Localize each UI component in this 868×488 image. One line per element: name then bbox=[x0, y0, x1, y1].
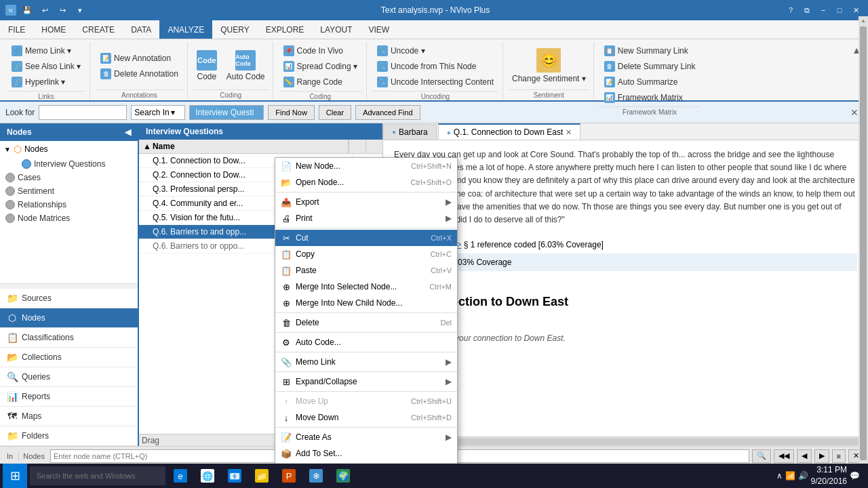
cm-merge-selected[interactable]: ⊕ Merge Into Selected Node... Ctrl+M bbox=[275, 279, 457, 295]
search-in-value[interactable]: Interview Questi bbox=[189, 105, 264, 120]
close-button[interactable]: ✕ bbox=[849, 3, 863, 17]
minimize-button[interactable]: − bbox=[816, 3, 830, 17]
tree-root-nodes[interactable]: ▼ ⬡ Nodes bbox=[0, 141, 138, 157]
menu-query[interactable]: QUERY bbox=[212, 20, 257, 39]
task-item-globe[interactable]: 🌍 bbox=[331, 466, 355, 485]
advanced-find-button[interactable]: Advanced Find bbox=[355, 105, 420, 120]
doc-source-link[interactable]: <Internals\Robert> § 1 reference coded [… bbox=[394, 239, 857, 251]
tree-item-cases[interactable]: Cases bbox=[0, 171, 138, 184]
cm-create-as[interactable]: 📝 Create As ▶ bbox=[275, 429, 457, 445]
cm-delete[interactable]: 🗑 Delete Del bbox=[275, 314, 457, 331]
bottom-btn4[interactable]: ≡ bbox=[832, 449, 846, 463]
change-sentiment-button[interactable]: 😊 Change Sentiment ▾ bbox=[509, 46, 589, 85]
doc-tab-barbara[interactable]: ● Barbara bbox=[383, 124, 437, 140]
bottom-btn2[interactable]: ◀ bbox=[797, 449, 812, 463]
menu-file[interactable]: FILE bbox=[0, 20, 33, 39]
cm-add-to-set[interactable]: 📦 Add To Set... bbox=[275, 445, 457, 462]
tray-volume-icon[interactable]: 🔊 bbox=[798, 471, 808, 481]
cm-paste[interactable]: 📋 Paste Ctrl+V bbox=[275, 262, 457, 279]
cm-memo-link[interactable]: 📎 Memo Link ▶ bbox=[275, 354, 457, 370]
maximize-button[interactable]: □ bbox=[833, 3, 846, 17]
tray-up-arrow[interactable]: ∧ bbox=[776, 471, 783, 481]
h-scroll-thumb[interactable] bbox=[393, 439, 859, 445]
see-also-link-button[interactable]: 🔗 See Also Link ▾ bbox=[7, 59, 85, 74]
tree-item-interview[interactable]: Interview Questions bbox=[0, 157, 138, 171]
code-in-vivo-button[interactable]: 📌 Code In Vivo bbox=[279, 43, 362, 58]
sidebar-collapse[interactable]: ◀ bbox=[125, 127, 131, 137]
delete-summary-link-button[interactable]: 🗑 Delete Summary Link bbox=[599, 59, 701, 74]
tree-item-node-matrices[interactable]: Node Matrices bbox=[0, 211, 138, 225]
code-button[interactable]: Code Code bbox=[193, 48, 220, 83]
task-item-explorer[interactable]: 📁 bbox=[250, 466, 274, 485]
start-button[interactable]: ⊞ bbox=[3, 464, 27, 488]
range-code-button[interactable]: 📏 Range Code bbox=[279, 75, 362, 89]
sidebar-item-collections[interactable]: 📂 Collections bbox=[0, 348, 138, 367]
clear-button[interactable]: Clear bbox=[319, 105, 351, 120]
spread-coding-button[interactable]: 📊 Spread Coding ▾ bbox=[279, 59, 362, 74]
uncode-button[interactable]: 🔧 Uncode ▾ bbox=[372, 43, 498, 58]
tree-item-relationships[interactable]: Relationships bbox=[0, 198, 138, 211]
cm-new-node[interactable]: 📄 New Node... Ctrl+Shift+N bbox=[275, 158, 457, 174]
sidebar-item-maps[interactable]: 🗺 Maps bbox=[0, 407, 138, 426]
cm-merge-child[interactable]: ⊕ Merge Into New Child Node... bbox=[275, 295, 457, 311]
hyperlink-button[interactable]: 🔗 Hyperlink ▾ bbox=[7, 75, 85, 89]
tree-item-sentiment[interactable]: Sentiment bbox=[0, 184, 138, 198]
cm-move-down[interactable]: ↓ Move Down Ctrl+Shift+D bbox=[275, 409, 457, 426]
taskbar-search[interactable] bbox=[30, 466, 165, 485]
cm-open-node[interactable]: 📂 Open Node... Ctrl+Shift+O bbox=[275, 174, 457, 190]
task-item-outlook[interactable]: 📧 bbox=[222, 466, 247, 485]
sidebar-item-folders[interactable]: 📁 Folders bbox=[0, 426, 138, 446]
bottom-btn3[interactable]: ▶ bbox=[814, 449, 829, 463]
cm-print[interactable]: 🖨 Print ▶ bbox=[275, 210, 457, 226]
sidebar-item-sources[interactable]: 📁 Sources bbox=[0, 289, 138, 308]
toolbar-save[interactable]: 💾 bbox=[20, 3, 34, 17]
vertical-scrollbar[interactable]: ▲ ▼ bbox=[859, 123, 868, 446]
auto-summarize-button[interactable]: 📝 Auto Summarize bbox=[599, 75, 701, 89]
cm-move-up[interactable]: ↑ Move Up Ctrl+Shift+U bbox=[275, 393, 457, 409]
search-input[interactable] bbox=[39, 105, 127, 120]
bottom-search-btn[interactable]: 🔍 bbox=[752, 449, 771, 463]
help-button[interactable]: ? bbox=[784, 3, 797, 17]
task-item-powerpoint[interactable]: P bbox=[277, 466, 301, 485]
uncode-intersecting-button[interactable]: 🔧 Uncode Intersecting Content bbox=[372, 75, 498, 89]
delete-annotation-button[interactable]: 🗑 Delete Annotation bbox=[96, 66, 183, 81]
memo-link-button[interactable]: 📎 Memo Link ▾ bbox=[7, 43, 85, 58]
doc-main-text: Every day you can get up and look at Cor… bbox=[394, 148, 857, 226]
uncode-node-button[interactable]: 🔧 Uncode from This Node bbox=[372, 59, 498, 74]
q1-tab-close[interactable]: ✕ bbox=[566, 128, 572, 137]
menu-analyze[interactable]: ANALYZE bbox=[159, 20, 212, 39]
cm-export[interactable]: 📤 Export ▶ bbox=[275, 194, 457, 210]
cm-cut[interactable]: ✂ Cut Ctrl+X bbox=[275, 230, 457, 246]
toolbar-redo[interactable]: ↪ bbox=[56, 3, 69, 17]
menu-explore[interactable]: EXPLORE bbox=[258, 20, 313, 39]
bottom-btn1[interactable]: ◀◀ bbox=[774, 449, 794, 463]
auto-code-button[interactable]: Auto Code Auto Code bbox=[223, 48, 269, 83]
menu-home[interactable]: HOME bbox=[33, 20, 74, 39]
doc-tab-q1[interactable]: ● Q.1. Connection to Down East ✕ bbox=[438, 123, 580, 140]
toolbar-dropdown[interactable]: ▾ bbox=[73, 3, 87, 17]
task-item-nvivo[interactable]: ❄ bbox=[304, 466, 328, 485]
toolbar-undo[interactable]: ↩ bbox=[38, 3, 52, 17]
cm-copy[interactable]: 📋 Copy Ctrl+C bbox=[275, 246, 457, 262]
new-annotation-button[interactable]: 📝 New Annotation bbox=[96, 51, 183, 66]
tray-notifications[interactable]: 💬 bbox=[850, 471, 860, 481]
sidebar-item-nodes[interactable]: ⬡ Nodes bbox=[0, 308, 138, 328]
scroll-thumb[interactable] bbox=[860, 123, 867, 446]
framework-matrix-button[interactable]: 📊 Framework Matrix bbox=[599, 90, 701, 105]
menu-create[interactable]: CREATE bbox=[74, 20, 123, 39]
sidebar-item-queries[interactable]: 🔍 Queries bbox=[0, 367, 138, 387]
restore-button[interactable]: ⧉ bbox=[800, 3, 814, 17]
sidebar-item-classifications[interactable]: 📋 Classifications bbox=[0, 328, 138, 348]
cm-auto-code[interactable]: ⚙ Auto Code... bbox=[275, 334, 457, 350]
menu-layout[interactable]: LAYOUT bbox=[312, 20, 360, 39]
menu-data[interactable]: DATA bbox=[123, 20, 159, 39]
tray-network-icon[interactable]: 📶 bbox=[785, 471, 795, 481]
find-now-button[interactable]: Find Now bbox=[268, 105, 314, 120]
menu-view[interactable]: VIEW bbox=[360, 20, 397, 39]
task-item-chrome[interactable]: 🌐 bbox=[195, 466, 220, 485]
task-item-edge[interactable]: e bbox=[168, 466, 193, 485]
sidebar-item-reports[interactable]: 📊 Reports bbox=[0, 387, 138, 407]
new-summary-link-button[interactable]: 📋 New Summary Link bbox=[599, 43, 701, 58]
cm-expand-collapse[interactable]: ⊞ Expand/Collapse ▶ bbox=[275, 373, 457, 390]
search-in-dropdown[interactable]: Search In ▾ bbox=[131, 105, 185, 120]
